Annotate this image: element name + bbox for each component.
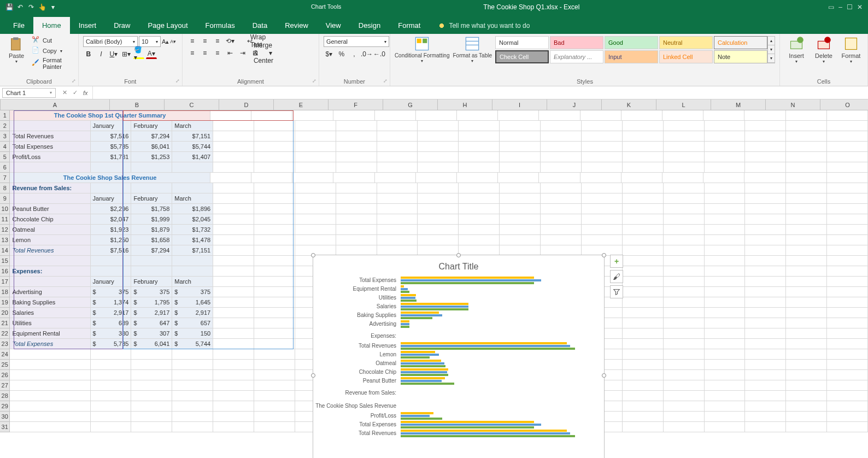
- cell[interactable]: [827, 391, 868, 401]
- chart-bar[interactable]: [401, 314, 442, 316]
- cell[interactable]: [623, 235, 664, 245]
- cell[interactable]: [745, 401, 786, 412]
- cell[interactable]: [418, 142, 459, 152]
- cell[interactable]: [582, 162, 623, 173]
- maximize-icon[interactable]: ☐: [847, 3, 853, 11]
- cell[interactable]: [254, 391, 295, 401]
- cell[interactable]: [377, 142, 418, 152]
- cell[interactable]: [213, 287, 254, 297]
- row-header-4[interactable]: 4: [0, 142, 10, 152]
- underline-button[interactable]: U▾: [108, 49, 119, 59]
- chart-bar[interactable]: [401, 371, 447, 373]
- cell[interactable]: [745, 214, 786, 225]
- chart-bar[interactable]: [401, 320, 409, 322]
- cell[interactable]: [827, 204, 868, 214]
- cell[interactable]: [172, 401, 213, 412]
- row-header-12[interactable]: 12: [0, 225, 10, 235]
- cell[interactable]: [705, 121, 746, 131]
- cell[interactable]: [827, 266, 868, 277]
- formula-bar-input[interactable]: [92, 86, 868, 99]
- cell[interactable]: [254, 204, 295, 214]
- cell[interactable]: [745, 235, 786, 245]
- cell[interactable]: [213, 152, 254, 162]
- cell[interactable]: [333, 110, 374, 121]
- cell[interactable]: [786, 287, 827, 297]
- cell[interactable]: [500, 162, 541, 173]
- cell[interactable]: [582, 193, 623, 204]
- cell[interactable]: [91, 266, 132, 277]
- cell[interactable]: [827, 152, 868, 162]
- cell[interactable]: $1,253: [131, 152, 172, 162]
- row-header-23[interactable]: 23: [0, 339, 10, 349]
- chart-bar[interactable]: [401, 368, 448, 371]
- cell[interactable]: [254, 297, 295, 308]
- cell[interactable]: [827, 401, 868, 412]
- chart-bar[interactable]: [401, 291, 409, 293]
- cell[interactable]: $2,917: [91, 308, 132, 318]
- cell[interactable]: [213, 370, 254, 380]
- cell[interactable]: [131, 380, 172, 391]
- cell[interactable]: [500, 193, 541, 204]
- enter-formula-icon[interactable]: ✓: [73, 89, 78, 96]
- cell[interactable]: $6,041: [131, 339, 172, 349]
- cancel-formula-icon[interactable]: ✕: [62, 89, 67, 96]
- cell[interactable]: [10, 391, 90, 401]
- cell[interactable]: [91, 256, 132, 266]
- cell[interactable]: [459, 183, 500, 193]
- cell[interactable]: [664, 142, 705, 152]
- close-icon[interactable]: ✕: [857, 3, 863, 11]
- cell[interactable]: February: [131, 193, 172, 204]
- cell[interactable]: [131, 370, 172, 380]
- cell[interactable]: [295, 193, 336, 204]
- cell[interactable]: [539, 110, 580, 121]
- chart-title[interactable]: Chart Title: [313, 255, 604, 276]
- tab-file[interactable]: File: [4, 17, 33, 34]
- cell[interactable]: $1,758: [131, 204, 172, 214]
- align-right-icon[interactable]: ≡: [212, 48, 223, 58]
- cell[interactable]: $1,645: [172, 297, 213, 308]
- cell[interactable]: [91, 401, 132, 412]
- cell[interactable]: [418, 131, 459, 142]
- cell[interactable]: [623, 412, 664, 422]
- cell[interactable]: [292, 110, 333, 121]
- cell[interactable]: [827, 225, 868, 235]
- cell[interactable]: [541, 121, 582, 131]
- cell[interactable]: [786, 131, 827, 142]
- cell[interactable]: [91, 349, 132, 360]
- cell[interactable]: [786, 225, 827, 235]
- cell[interactable]: [662, 110, 703, 121]
- cell[interactable]: [418, 235, 459, 245]
- align-middle-icon[interactable]: ≡: [200, 36, 210, 46]
- cell[interactable]: [254, 360, 295, 370]
- chart-bar[interactable]: [401, 374, 448, 376]
- cell[interactable]: [541, 183, 582, 193]
- cell[interactable]: February: [131, 121, 172, 131]
- cell[interactable]: $1,732: [172, 225, 213, 235]
- cell[interactable]: $1,407: [172, 152, 213, 162]
- cell[interactable]: [213, 214, 254, 225]
- cell[interactable]: [172, 183, 213, 193]
- chart-bar[interactable]: [401, 351, 435, 353]
- cell[interactable]: [295, 121, 336, 131]
- percent-format-button[interactable]: %: [336, 49, 347, 59]
- cell[interactable]: [744, 173, 785, 183]
- ribbon-options-icon[interactable]: ▭: [828, 3, 834, 11]
- cell[interactable]: [459, 131, 500, 142]
- cell[interactable]: [418, 152, 459, 162]
- cell[interactable]: [664, 287, 705, 297]
- cell[interactable]: $2,045: [172, 214, 213, 225]
- tab-insert[interactable]: Insert: [70, 17, 105, 34]
- cell[interactable]: [254, 380, 295, 391]
- column-header-F[interactable]: F: [329, 99, 383, 110]
- cell[interactable]: [705, 328, 746, 339]
- cell[interactable]: [827, 173, 868, 183]
- cell[interactable]: [827, 214, 868, 225]
- cell[interactable]: [457, 173, 498, 183]
- cell[interactable]: $2,917: [131, 308, 172, 318]
- cell[interactable]: [172, 349, 213, 360]
- cell[interactable]: [705, 152, 746, 162]
- tab-format[interactable]: Format: [389, 17, 429, 34]
- cell[interactable]: The Cookie Shop Sales Revenue: [10, 173, 210, 183]
- cell[interactable]: [131, 349, 172, 360]
- cell[interactable]: Salaries: [10, 308, 90, 318]
